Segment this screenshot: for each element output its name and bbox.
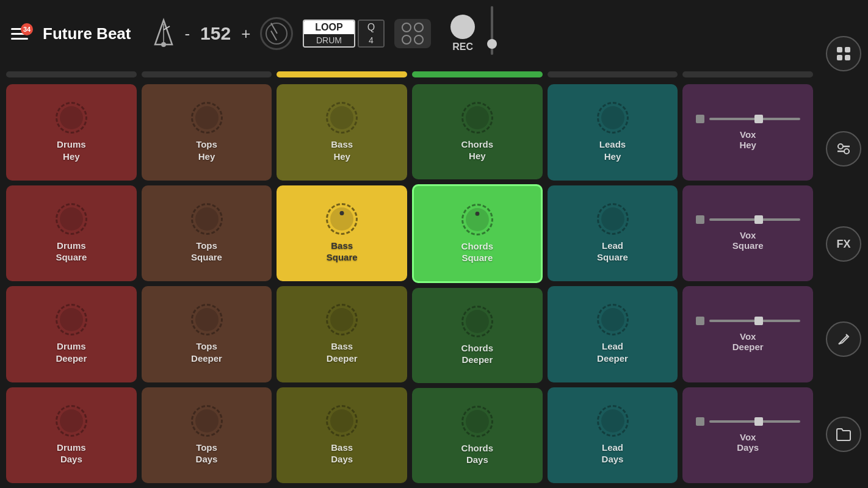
knob-drums-days — [56, 405, 87, 437]
tempo-value: 152 — [197, 23, 234, 44]
pad-drums-deeper[interactable]: DrumsDeeper — [6, 286, 137, 382]
pad-tops-deeper[interactable]: TopsDeeper — [142, 286, 272, 382]
q-value: 4 — [359, 34, 383, 46]
knob-bass-deeper — [326, 304, 358, 336]
svg-rect-6 — [837, 55, 842, 60]
svg-rect-5 — [845, 47, 850, 52]
track-column-chords: ChordsHey ChordsSquare ChordsDeeper Chor… — [412, 84, 543, 483]
drum-label: DRUM — [304, 34, 353, 46]
svg-point-10 — [838, 144, 843, 149]
pad-vox-days[interactable]: VoxDays — [682, 387, 813, 484]
strip-leads — [548, 71, 678, 77]
loop-label: LOOP — [304, 21, 353, 34]
knob-tops-deeper — [191, 304, 223, 336]
pad-tops-hey[interactable]: TopsHey — [142, 84, 272, 181]
slider-vox-hey[interactable] — [696, 115, 800, 123]
svg-point-3 — [161, 42, 166, 47]
loop-drum-section: LOOP DRUM Q 4 — [303, 20, 385, 48]
rec-section: REC — [450, 15, 475, 52]
right-sidebar: FX — [819, 0, 868, 488]
strip-vox — [682, 71, 813, 77]
pad-lead-days[interactable]: LeadDays — [548, 387, 678, 484]
knob-leads-hey — [597, 102, 629, 134]
slider-vox-square[interactable] — [696, 215, 800, 224]
knob-lead-square — [597, 203, 629, 235]
pad-vox-hey[interactable]: VoxHey — [682, 84, 813, 181]
pad-drums-square[interactable]: DrumsSquare — [6, 185, 137, 282]
header: 34 Future Beat - 152 + LOOP DRUM Q 4 — [0, 0, 868, 67]
knob-lead-deeper — [597, 304, 629, 336]
svg-rect-7 — [845, 55, 850, 60]
q-label: Q — [359, 21, 383, 34]
pad-lead-square[interactable]: LeadSquare — [548, 185, 678, 282]
notification-badge: 34 — [21, 23, 33, 35]
fx-label: FX — [836, 238, 850, 251]
pad-tops-square[interactable]: TopsSquare — [142, 185, 272, 282]
pad-lead-deeper[interactable]: LeadDeeper — [548, 286, 678, 382]
pad-drums-hey[interactable]: DrumsHey — [6, 84, 137, 181]
knob-bass-hey — [326, 102, 358, 134]
tempo-control: - 152 + — [184, 23, 250, 44]
pad-bass-deeper[interactable]: BassDeeper — [277, 286, 407, 382]
slider-vox-deeper[interactable] — [696, 317, 800, 325]
knob-tops-square — [191, 203, 223, 235]
loop-button[interactable]: LOOP DRUM — [303, 20, 355, 48]
metronome-icon[interactable] — [153, 18, 175, 49]
spinner-knob[interactable] — [260, 17, 293, 50]
drum-icon[interactable] — [394, 19, 431, 48]
knob-drums-deeper — [56, 304, 87, 336]
knob-chords-days — [461, 406, 493, 437]
knob-tops-hey — [191, 102, 223, 134]
strip-chords — [412, 71, 543, 77]
knob-bass-square — [326, 203, 358, 235]
strip-bass — [277, 71, 407, 77]
pad-vox-square[interactable]: VoxSquare — [682, 185, 813, 282]
pad-tops-days[interactable]: TopsDays — [142, 387, 272, 484]
pad-bass-days[interactable]: BassDays — [277, 387, 407, 484]
strip-tops — [142, 71, 272, 77]
svg-point-11 — [844, 149, 849, 154]
strip-drums — [6, 71, 137, 77]
pad-chords-square[interactable]: ChordsSquare — [412, 184, 543, 283]
knob-drums-hey — [56, 102, 87, 134]
pad-chords-deeper[interactable]: ChordsDeeper — [412, 288, 543, 383]
pad-bass-hey[interactable]: BassHey — [277, 84, 407, 181]
track-column-leads: LeadsHey LeadSquare LeadDeeper LeadDays — [548, 84, 678, 483]
pad-chords-days[interactable]: ChordsDays — [412, 388, 543, 483]
svg-rect-4 — [837, 47, 842, 52]
pad-drums-days[interactable]: DrumsDays — [6, 387, 137, 484]
rec-label: REC — [452, 41, 473, 52]
pad-bass-square[interactable]: BassSquare — [277, 185, 407, 282]
knob-chords-square — [461, 204, 493, 235]
knob-chords-deeper — [461, 306, 493, 337]
main-grid: DrumsHey DrumsSquare DrumsDeeper DrumsDa… — [0, 82, 868, 486]
track-strip — [0, 67, 868, 82]
edit-button[interactable] — [826, 321, 861, 357]
tempo-decrease-button[interactable]: - — [184, 24, 190, 43]
pad-chords-hey[interactable]: ChordsHey — [412, 84, 543, 179]
pad-vox-deeper[interactable]: VoxDeeper — [682, 286, 813, 382]
tempo-increase-button[interactable]: + — [241, 24, 250, 43]
track-column-vox: VoxHey VoxSquare VoxDeeper — [682, 84, 813, 483]
knob-tops-days — [191, 405, 223, 437]
q-section[interactable]: Q 4 — [358, 20, 385, 48]
eq-button[interactable] — [826, 131, 861, 167]
track-column-tops: TopsHey TopsSquare TopsDeeper TopsDays — [142, 84, 272, 483]
grid-view-button[interactable] — [826, 36, 861, 71]
track-column-bass: BassHey BassSquare BassDeeper BassDays — [277, 84, 407, 483]
knob-chords-hey — [461, 102, 493, 134]
rec-circle — [450, 15, 475, 39]
volume-slider[interactable] — [491, 6, 493, 61]
pad-leads-hey[interactable]: LeadsHey — [548, 84, 678, 181]
knob-bass-days — [326, 405, 358, 437]
fx-button[interactable]: FX — [826, 226, 861, 262]
app-title: Future Beat — [43, 24, 131, 43]
folder-button[interactable] — [826, 417, 861, 452]
slider-vox-days[interactable] — [696, 417, 800, 426]
knob-lead-days — [597, 405, 629, 437]
menu-button[interactable]: 34 — [6, 23, 33, 45]
track-column-drums: DrumsHey DrumsSquare DrumsDeeper DrumsDa… — [6, 84, 137, 483]
knob-drums-square — [56, 203, 87, 235]
